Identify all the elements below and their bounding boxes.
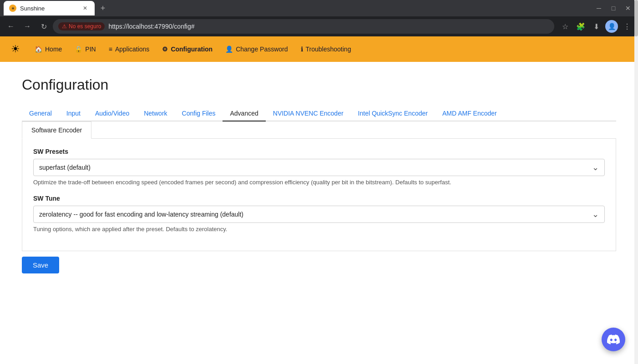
sub-tabs: Software Encoder [22,121,616,139]
sub-tab-software-encoder[interactable]: Software Encoder [22,121,91,139]
sw-presets-select-wrap[interactable]: superfast (default) ultrafast veryfast f… [33,159,605,176]
nav-change-password[interactable]: 👤 Change Password [220,43,293,56]
security-label: No es seguro [69,23,101,30]
tab-bar: ☀ Sunshine ✕ + ─ □ ✕ [0,0,638,16]
security-icon: ⚠ [62,23,67,30]
tab-favicon: ☀ [9,5,16,12]
nav-configuration-label: Configuration [171,46,213,53]
forward-button[interactable]: → [20,19,35,34]
nav-applications[interactable]: ≡ Applications [103,43,155,56]
scrollbar-track [634,0,638,335]
tab-close-button[interactable]: ✕ [81,4,89,12]
address-input[interactable]: ⚠ No es seguro https://localhost:47990/c… [53,19,554,34]
sw-tune-label: SW Tune [33,195,605,202]
address-bar: ← → ↻ ⚠ No es seguro https://localhost:4… [0,16,638,36]
app-logo: ☀ [7,41,24,57]
main-content: Configuration General Input Audio/Video … [0,62,638,335]
nav-applications-label: Applications [115,46,150,53]
sw-tune-select-wrap[interactable]: zerolatency -- good for fast encoding an… [33,206,605,223]
configuration-icon: ⚙ [162,46,168,53]
nav-home-label: Home [45,46,62,53]
close-button[interactable]: ✕ [622,2,634,15]
reload-button[interactable]: ↻ [36,19,51,34]
minimize-button[interactable]: ─ [592,2,605,15]
sw-presets-group: SW Presets superfast (default) ultrafast… [33,148,605,186]
new-tab-button[interactable]: + [96,2,109,15]
security-badge: ⚠ No es seguro [58,22,105,30]
tab-intel-quicksync[interactable]: Intel QuickSync Encoder [351,106,435,121]
page-title: Configuration [22,76,616,93]
tab-config-files[interactable]: Config Files [175,106,223,121]
save-button[interactable]: Save [22,257,59,273]
browser-chrome: ☀ Sunshine ✕ + ─ □ ✕ ← → ↻ ⚠ No es segur… [0,0,638,36]
nav-pin[interactable]: 🔒 PIN [69,43,101,56]
app-nav: ☀ 🏠 Home 🔒 PIN ≡ Applications ⚙ Configur… [0,36,638,62]
sw-presets-label: SW Presets [33,148,605,155]
sw-tune-hint: Tuning options, which are applied after … [33,226,605,233]
maximize-button[interactable]: □ [607,2,620,15]
change-password-icon: 👤 [225,46,233,53]
tab-advanced[interactable]: Advanced [223,106,265,121]
tab-amd-amf[interactable]: AMD AMF Encoder [435,106,504,121]
form-section: SW Presets superfast (default) ultrafast… [22,139,616,251]
sw-presets-hint: Optimize the trade-off between encoding … [33,179,605,186]
discord-icon [607,333,620,335]
tab-general[interactable]: General [22,106,59,121]
scrollbar-thumb[interactable] [634,0,638,36]
download-button[interactable]: ⬇ [589,19,603,34]
nav-configuration[interactable]: ⚙ Configuration [157,43,218,56]
tab-audio-video[interactable]: Audio/Video [88,106,137,121]
tab-network[interactable]: Network [137,106,174,121]
config-tabs: General Input Audio/Video Network Config… [22,106,616,121]
nav-change-password-label: Change Password [236,46,288,53]
home-icon: 🏠 [35,46,42,53]
url-text: https://localhost:47990/config# [108,23,549,30]
back-button[interactable]: ← [4,19,18,34]
window-controls: ─ □ ✕ [592,2,634,15]
toolbar-icons: ☆ 🧩 ⬇ 👤 ⋮ [558,19,634,34]
nav-troubleshooting-label: Troubleshooting [306,46,351,53]
tab-input[interactable]: Input [59,106,88,121]
pin-icon: 🔒 [75,46,82,53]
sw-tune-select[interactable]: zerolatency -- good for fast encoding an… [34,206,604,222]
troubleshooting-icon: ℹ [301,46,303,53]
sw-tune-group: SW Tune zerolatency -- good for fast enc… [33,195,605,233]
tab-title: Sunshine [20,5,77,12]
nav-pin-label: PIN [85,46,96,53]
extension-button[interactable]: 🧩 [573,19,588,34]
nav-troubleshooting[interactable]: ℹ Troubleshooting [295,43,357,56]
menu-button[interactable]: ⋮ [620,19,634,34]
profile-button[interactable]: 👤 [604,19,619,34]
applications-icon: ≡ [109,46,112,53]
browser-tab[interactable]: ☀ Sunshine ✕ [4,1,95,15]
sw-presets-select[interactable]: superfast (default) ultrafast veryfast f… [34,159,604,176]
profile-avatar: 👤 [605,20,618,33]
bookmark-button[interactable]: ☆ [558,19,572,34]
nav-home[interactable]: 🏠 Home [29,43,67,56]
tab-nvidia-nvenc[interactable]: NVIDIA NVENC Encoder [266,106,351,121]
